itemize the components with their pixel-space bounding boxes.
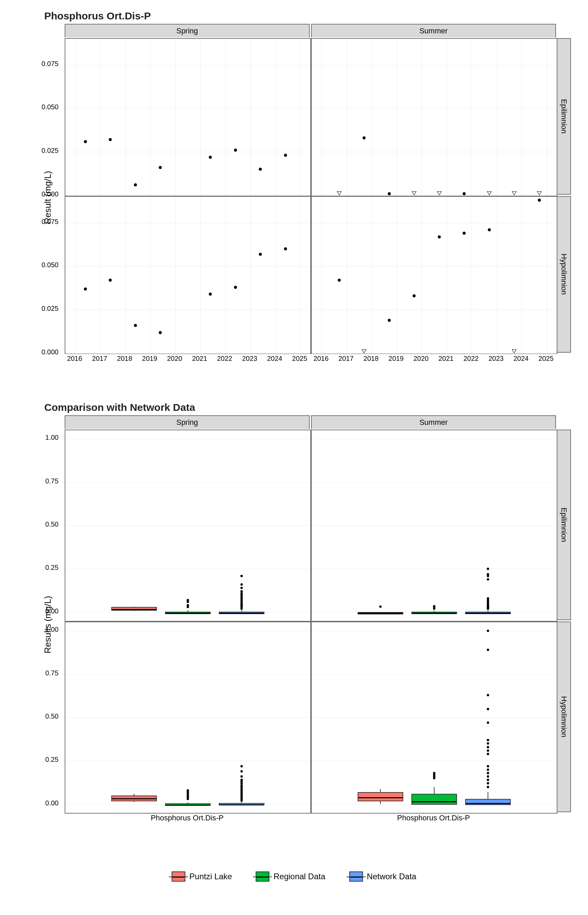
facet-row-strip: Epilimnion — [557, 38, 571, 195]
outlier-marker — [241, 765, 243, 767]
x-tick-label: 2017 — [339, 355, 354, 362]
legend-item: Network Data — [349, 871, 416, 882]
dot-marker — [109, 279, 112, 282]
x-tick-label: 2018 — [363, 355, 379, 362]
chart-title: Comparison with Network Data — [44, 402, 572, 413]
facet-panel — [65, 38, 311, 196]
dot-marker — [463, 192, 466, 195]
chart-title: Phosphorus Ort.Dis-P — [44, 10, 572, 22]
y-tick-label: 0.000 — [42, 348, 58, 356]
facet-panel — [311, 430, 557, 622]
outlier-marker — [487, 742, 489, 745]
x-tick-label: 2025 — [538, 355, 554, 362]
outlier-marker — [487, 578, 489, 580]
median-line — [412, 613, 456, 614]
dot-marker — [84, 287, 87, 290]
median-line — [112, 609, 156, 610]
median-line — [220, 804, 264, 805]
dot-marker — [109, 138, 112, 141]
dot-marker — [488, 228, 491, 231]
facet-col-strip: Summer — [311, 24, 556, 37]
dot-marker — [463, 232, 466, 235]
outlier-marker — [487, 568, 489, 570]
dot-marker — [134, 183, 137, 186]
outlier-marker — [487, 749, 489, 752]
x-tick-label: 2016 — [67, 355, 82, 362]
y-tick-label: 1.00 — [45, 434, 58, 441]
dot-marker — [159, 331, 162, 334]
outlier-marker — [487, 782, 489, 785]
outlier-marker — [487, 746, 489, 748]
dot-marker — [438, 235, 441, 238]
x-tick-label: 2018 — [117, 355, 132, 362]
outlier-marker — [487, 694, 489, 696]
facet-grid: SpringSummerEpilimnionHypolimnion — [65, 415, 572, 812]
dot-marker — [234, 149, 237, 152]
box — [358, 612, 403, 614]
facet-col-strip: Spring — [65, 415, 310, 429]
timeseries-chart: Phosphorus Ort.Dis-P Result (mg/L) 0.000… — [20, 10, 572, 371]
facet-panel — [65, 430, 311, 622]
x-tick-label: 2024 — [514, 355, 529, 362]
outlier-marker — [487, 630, 489, 632]
box — [111, 607, 157, 611]
legend-swatch — [256, 871, 270, 882]
dot-marker — [234, 286, 237, 289]
median-line — [358, 613, 402, 614]
outlier-marker — [487, 779, 489, 781]
dot-marker — [338, 279, 341, 282]
box — [411, 612, 457, 614]
outlier-marker — [241, 575, 243, 577]
legend-label: Puntzi Lake — [189, 872, 232, 881]
facet-col-strip: Summer — [311, 415, 556, 429]
box — [219, 803, 264, 805]
outlier-marker — [487, 772, 489, 774]
dot-marker — [538, 199, 541, 202]
facet-col-strip: Spring — [65, 24, 310, 37]
dot-marker — [209, 293, 212, 296]
box — [165, 612, 211, 614]
y-tick-label: 1.00 — [45, 626, 58, 634]
dot-marker — [259, 168, 262, 171]
outlier-marker — [487, 597, 489, 600]
x-tick-label: 2019 — [142, 355, 158, 362]
legend-label: Network Data — [367, 872, 416, 881]
median-line — [466, 803, 510, 804]
boxplot-chart: Comparison with Network Data Results (mg… — [20, 402, 572, 834]
dot-marker — [388, 318, 391, 322]
outlier-marker — [187, 789, 189, 791]
outlier-marker — [379, 605, 381, 608]
median-line — [166, 805, 210, 806]
box — [358, 792, 403, 801]
open-triangle-marker — [487, 192, 491, 196]
facet-row-strip: Hypolimnion — [557, 622, 571, 812]
legend-label: Regional Data — [274, 872, 325, 881]
dot-marker — [363, 136, 366, 139]
x-axis-category-right: Phosphorus Ort.Dis-P — [311, 813, 556, 823]
x-tick-label: 2021 — [192, 355, 207, 362]
facet-panel — [311, 622, 557, 813]
median-line — [466, 613, 510, 614]
y-tick-label: 0.00 — [45, 607, 58, 615]
facet-row-strip: Epilimnion — [557, 430, 571, 620]
y-tick-label: 0.50 — [45, 521, 58, 528]
y-tick-label: 0.25 — [45, 756, 58, 763]
dot-marker — [209, 155, 212, 158]
open-triangle-marker — [412, 192, 416, 196]
facet-panel — [311, 38, 557, 196]
x-axis-category-left: Phosphorus Ort.Dis-P — [65, 813, 310, 823]
outlier-marker — [487, 776, 489, 778]
legend-item: Puntzi Lake — [172, 871, 232, 882]
box — [165, 803, 211, 806]
box — [465, 612, 511, 614]
x-tick-label: 2020 — [167, 355, 183, 362]
dot-marker — [284, 247, 287, 251]
outlier-marker — [187, 599, 189, 601]
outlier-marker — [487, 573, 489, 575]
outlier-marker — [487, 739, 489, 741]
x-tick-label: 2020 — [414, 355, 429, 362]
legend-item: Regional Data — [256, 871, 325, 882]
box — [465, 799, 511, 805]
y-tick-label: 0.50 — [45, 713, 58, 720]
x-axis-ticks-left: 2016201720182019202020212022202320242025 — [65, 352, 310, 363]
